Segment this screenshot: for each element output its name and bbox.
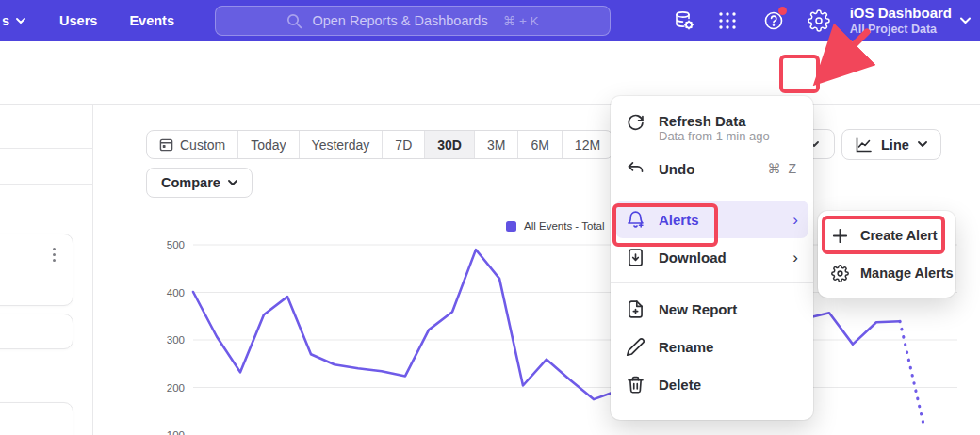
legend-label: All Events - Total (524, 220, 604, 232)
submenu-chevron-icon: › (792, 250, 798, 266)
report-header (0, 41, 980, 105)
new-report-icon (626, 299, 645, 319)
bell-plus-icon (626, 210, 645, 230)
data-management-icon[interactable] (673, 9, 695, 32)
chevron-down-icon (16, 18, 25, 24)
undo-shortcut: ⌘ Z (768, 161, 798, 176)
menu-separator (611, 282, 813, 283)
menu-item-delete[interactable]: Delete (611, 365, 813, 403)
chart-legend: All Events - Total (506, 220, 604, 232)
series-line-dotted (900, 321, 923, 424)
svg-text:200: 200 (167, 382, 185, 394)
alerts-submenu: Create Alert Manage Alerts (818, 211, 956, 298)
gear-icon (831, 265, 849, 282)
legend-swatch (506, 221, 516, 232)
date-range-7d[interactable]: 7D (382, 131, 424, 158)
apps-grid-icon[interactable] (717, 10, 738, 31)
search-shortcut: ⌘ + K (503, 13, 539, 28)
search-icon (286, 13, 302, 29)
settings-icon[interactable] (808, 9, 830, 32)
submenu-chevron-icon: › (792, 212, 798, 228)
chevron-down-icon (228, 180, 237, 186)
plus-icon (831, 227, 849, 245)
date-range-custom[interactable]: Custom (147, 131, 237, 158)
date-range-control: Custom Today Yesterday 7D 30D 3M 6M 12M (146, 130, 613, 159)
nav-item-boards-partial[interactable]: s (2, 13, 25, 28)
project-selector[interactable]: iOS Dashboard All Project Data (850, 4, 971, 37)
project-name: iOS Dashboard (850, 4, 952, 22)
y-axis-labels: 500 400 300 200 100 (167, 239, 185, 435)
undo-icon (626, 159, 645, 179)
compare-button[interactable]: Compare (146, 168, 253, 198)
app-window: 500 400 300 200 100 All Events - Total s… (0, 0, 980, 435)
menu-item-undo[interactable]: Undo ⌘ Z (611, 150, 813, 187)
date-range-yesterday[interactable]: Yesterday (299, 131, 383, 158)
nav-item-users[interactable]: Users (59, 13, 97, 28)
dashboard-sidebar (0, 105, 93, 435)
menu-item-download[interactable]: Download › (611, 238, 813, 276)
date-range-today[interactable]: Today (237, 131, 298, 158)
submenu-item-create-alert[interactable]: Create Alert (818, 217, 956, 254)
date-range-3m[interactable]: 3M (474, 131, 517, 158)
trash-icon (626, 375, 645, 395)
menu-item-rename[interactable]: Rename (611, 328, 813, 365)
chevron-down-icon (918, 141, 927, 148)
notification-dot (778, 7, 787, 15)
date-range-6m[interactable]: 6M (517, 131, 561, 158)
download-icon (626, 248, 645, 267)
date-range-12m[interactable]: 12M (562, 131, 612, 158)
submenu-item-manage-alerts[interactable]: Manage Alerts (818, 254, 956, 292)
dashboard-card[interactable] (0, 314, 74, 349)
svg-text:100: 100 (167, 429, 185, 435)
card-menu-icon[interactable] (53, 248, 56, 262)
menu-item-alerts[interactable]: Alerts › (615, 201, 808, 238)
svg-text:500: 500 (167, 239, 185, 250)
svg-text:300: 300 (167, 334, 185, 346)
menu-item-refresh-sublabel: Data from 1 min ago (659, 129, 813, 150)
project-subtitle: All Project Data (850, 22, 952, 37)
nav-item-events[interactable]: Events (129, 13, 174, 28)
search-placeholder: Open Reports & Dashboards (312, 13, 487, 28)
menu-item-new-report[interactable]: New Report (611, 290, 813, 328)
line-chart-icon (856, 137, 873, 153)
refresh-icon (626, 113, 645, 133)
date-range-30d[interactable]: 30D (424, 131, 474, 158)
sidebar-divider (0, 184, 93, 185)
chart-type-selector[interactable]: Line (841, 129, 941, 160)
search-input[interactable]: Open Reports & Dashboards ⌘ + K (215, 6, 611, 36)
chevron-down-icon (960, 17, 971, 24)
calendar-icon (159, 137, 173, 152)
sidebar-divider (0, 148, 93, 149)
dashboard-card[interactable] (0, 234, 74, 306)
dashboard-card[interactable] (0, 402, 74, 435)
svg-text:400: 400 (167, 287, 185, 298)
top-navigation-bar: s Users Events Open Reports & Dashboards… (0, 0, 980, 41)
pencil-icon (626, 337, 645, 357)
context-menu: Refresh Data Data from 1 min ago Undo ⌘ … (611, 96, 813, 420)
